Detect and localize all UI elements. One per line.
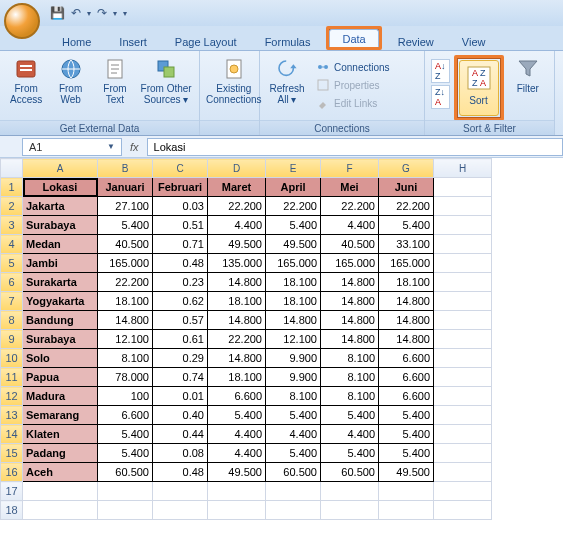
- cell[interactable]: [23, 482, 98, 501]
- undo-dropdown-icon[interactable]: ▾: [87, 9, 91, 18]
- from-other-sources-button[interactable]: From Other Sources ▾: [139, 55, 193, 107]
- cell[interactable]: 40.500: [321, 235, 379, 254]
- cell[interactable]: [98, 501, 153, 520]
- column-header[interactable]: E: [266, 159, 321, 178]
- cell[interactable]: 0.74: [153, 368, 208, 387]
- cell[interactable]: [321, 501, 379, 520]
- cell[interactable]: 60.500: [266, 463, 321, 482]
- cell[interactable]: Jambi: [23, 254, 98, 273]
- cell[interactable]: 14.800: [208, 311, 266, 330]
- cell[interactable]: 22.200: [321, 197, 379, 216]
- cell[interactable]: 6.600: [379, 349, 434, 368]
- cell[interactable]: Klaten: [23, 425, 98, 444]
- row-header[interactable]: 16: [1, 463, 23, 482]
- connections-button[interactable]: Connections: [312, 59, 394, 75]
- cell[interactable]: 165.000: [266, 254, 321, 273]
- cell[interactable]: [434, 216, 492, 235]
- row-header[interactable]: 2: [1, 197, 23, 216]
- column-header[interactable]: C: [153, 159, 208, 178]
- cell[interactable]: [379, 501, 434, 520]
- filter-button[interactable]: Filter: [508, 55, 548, 96]
- row-header[interactable]: 4: [1, 235, 23, 254]
- row-header[interactable]: 12: [1, 387, 23, 406]
- cell[interactable]: [208, 501, 266, 520]
- column-header[interactable]: B: [98, 159, 153, 178]
- cell[interactable]: 60.500: [321, 463, 379, 482]
- save-icon[interactable]: 💾: [50, 6, 65, 20]
- cell[interactable]: 5.400: [321, 406, 379, 425]
- cell[interactable]: 22.200: [208, 197, 266, 216]
- row-header[interactable]: 15: [1, 444, 23, 463]
- row-header[interactable]: 7: [1, 292, 23, 311]
- cell[interactable]: 5.400: [379, 406, 434, 425]
- cell[interactable]: 22.200: [379, 197, 434, 216]
- cell[interactable]: 5.400: [98, 216, 153, 235]
- cell[interactable]: [434, 349, 492, 368]
- cell[interactable]: 5.400: [266, 216, 321, 235]
- tab-review[interactable]: Review: [386, 33, 446, 50]
- cell[interactable]: 18.100: [266, 292, 321, 311]
- cell[interactable]: Papua: [23, 368, 98, 387]
- cell[interactable]: [434, 197, 492, 216]
- cell[interactable]: 18.100: [379, 273, 434, 292]
- cell[interactable]: 4.400: [321, 216, 379, 235]
- cell[interactable]: Februari: [153, 178, 208, 197]
- cell[interactable]: 4.400: [266, 425, 321, 444]
- cell[interactable]: 18.100: [208, 368, 266, 387]
- cell[interactable]: 5.400: [266, 444, 321, 463]
- cell[interactable]: 12.100: [266, 330, 321, 349]
- from-text-button[interactable]: From Text: [95, 55, 135, 107]
- cell[interactable]: 60.500: [98, 463, 153, 482]
- cell[interactable]: 4.400: [208, 425, 266, 444]
- tab-formulas[interactable]: Formulas: [253, 33, 323, 50]
- cell[interactable]: 0.44: [153, 425, 208, 444]
- refresh-all-button[interactable]: Refresh All ▾: [266, 55, 308, 107]
- cell[interactable]: Aceh: [23, 463, 98, 482]
- cell[interactable]: 22.200: [208, 330, 266, 349]
- fx-button[interactable]: fx: [130, 141, 139, 153]
- cell[interactable]: 12.100: [98, 330, 153, 349]
- cell[interactable]: Madura: [23, 387, 98, 406]
- cell[interactable]: 5.400: [208, 406, 266, 425]
- cell[interactable]: April: [266, 178, 321, 197]
- cell[interactable]: 9.900: [266, 368, 321, 387]
- cell[interactable]: 0.71: [153, 235, 208, 254]
- cell[interactable]: 5.400: [98, 444, 153, 463]
- sort-button[interactable]: AZ ZA Sort: [459, 60, 499, 116]
- existing-connections-button[interactable]: Existing Connections: [206, 55, 262, 107]
- tab-data[interactable]: Data: [329, 29, 378, 47]
- cell[interactable]: 6.600: [379, 387, 434, 406]
- row-header[interactable]: 3: [1, 216, 23, 235]
- cell[interactable]: 9.900: [266, 349, 321, 368]
- cell[interactable]: 0.29: [153, 349, 208, 368]
- cell[interactable]: 0.61: [153, 330, 208, 349]
- cell[interactable]: 14.800: [266, 311, 321, 330]
- cell[interactable]: [434, 254, 492, 273]
- column-header[interactable]: D: [208, 159, 266, 178]
- tab-home[interactable]: Home: [50, 33, 103, 50]
- cell[interactable]: 14.800: [321, 292, 379, 311]
- cell[interactable]: 8.100: [321, 368, 379, 387]
- name-box[interactable]: A1 ▼: [22, 138, 122, 156]
- cell[interactable]: Bandung: [23, 311, 98, 330]
- cell[interactable]: 165.000: [379, 254, 434, 273]
- cell[interactable]: 49.500: [379, 463, 434, 482]
- cell[interactable]: 0.51: [153, 216, 208, 235]
- tab-view[interactable]: View: [450, 33, 498, 50]
- cell[interactable]: [434, 444, 492, 463]
- cell[interactable]: [434, 482, 492, 501]
- cell[interactable]: 5.400: [266, 406, 321, 425]
- row-header[interactable]: 1: [1, 178, 23, 197]
- cell[interactable]: 8.100: [266, 387, 321, 406]
- cell[interactable]: 22.200: [98, 273, 153, 292]
- cell[interactable]: [266, 482, 321, 501]
- cell[interactable]: 18.100: [266, 273, 321, 292]
- cell[interactable]: Surabaya: [23, 330, 98, 349]
- cell[interactable]: [434, 501, 492, 520]
- cell[interactable]: [434, 406, 492, 425]
- cell[interactable]: 78.000: [98, 368, 153, 387]
- cell[interactable]: 49.500: [266, 235, 321, 254]
- cell[interactable]: [23, 501, 98, 520]
- sort-desc-button[interactable]: Z↓A: [431, 85, 450, 109]
- row-header[interactable]: 18: [1, 501, 23, 520]
